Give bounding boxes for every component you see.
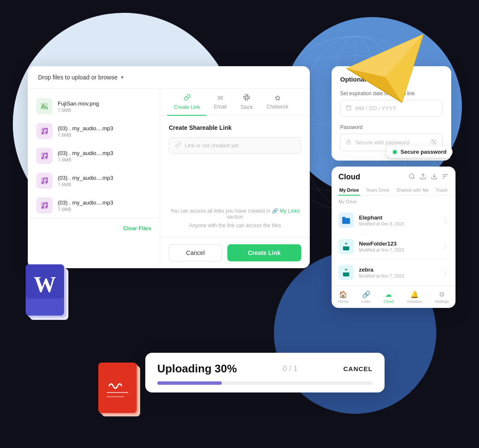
upload-icon[interactable] <box>420 173 426 181</box>
tab-email[interactable]: ✉ Email <box>207 89 233 115</box>
my-links-link[interactable]: 🔗 My Links <box>272 208 300 214</box>
search-icon[interactable] <box>408 173 415 181</box>
more-options-icon[interactable]: ⋮ <box>442 217 449 225</box>
file-name: (03) . my_audio....mp3 <box>58 150 151 156</box>
svg-rect-21 <box>41 103 48 110</box>
file-size: 7.6MB <box>58 108 151 113</box>
svg-rect-39 <box>347 141 350 144</box>
email-tab-icon: ✉ <box>217 94 223 102</box>
create-link-body: Create Shareable Link Link is not create… <box>160 116 310 199</box>
drop-files-header[interactable]: Drop files to upload or browse ▾ <box>28 66 310 89</box>
file-size: 7.6MB <box>58 207 151 212</box>
clear-files-button[interactable]: Clear Files <box>123 225 151 231</box>
svg-point-30 <box>42 182 44 184</box>
cancel-button[interactable]: Cancel <box>169 244 222 261</box>
share-tabs-row: Create Link ✉ Email Slack ✿ Chatw <box>160 89 310 116</box>
create-link-section: Create Link ✉ Email Slack ✿ Chatw <box>160 89 310 268</box>
folder-icon-shared <box>338 239 354 254</box>
secure-dot <box>393 150 397 154</box>
file-info: FujiSan.mov.png 7.6MB <box>58 100 151 113</box>
file-size: 7.6MB <box>58 157 151 162</box>
links-icon: 🔗 <box>362 290 370 299</box>
tab-chatwork[interactable]: ✿ Chatwork <box>260 89 295 115</box>
tab-create-link-label: Create Link <box>174 104 200 110</box>
nav-cloud-label: Cloud <box>384 299 394 304</box>
folder-date: Modified at Nov 7, 2023 <box>359 248 437 252</box>
cloud-tab-my-drive[interactable]: My Drive <box>338 185 360 195</box>
progress-bar-fill <box>157 381 222 385</box>
folder-name-zebra: zebra <box>359 266 437 273</box>
file-item[interactable]: FujiSan.mov.png 7.6MB <box>28 94 160 119</box>
folder-name: NewFolder123 <box>359 240 437 247</box>
tab-create-link[interactable]: Create Link <box>167 89 207 115</box>
cloud-tab-trash[interactable]: Trash <box>435 185 449 195</box>
tab-slack[interactable]: Slack <box>233 89 259 115</box>
cloud-tab-team-drive[interactable]: Team Drive <box>365 185 391 195</box>
folder-name: Elephant <box>359 214 437 221</box>
nav-cloud[interactable]: ☁ Cloud <box>384 290 394 304</box>
file-item[interactable]: (03) . my_audio....mp3 7.6MB <box>28 143 160 168</box>
svg-point-25 <box>46 132 47 134</box>
home-icon: 🏠 <box>339 290 347 299</box>
nav-home-label: Home <box>338 299 348 304</box>
tab-slack-label: Slack <box>240 104 253 110</box>
svg-point-28 <box>46 157 47 158</box>
tab-chatwork-label: Chatwork <box>267 104 288 110</box>
file-item[interactable]: (03) . my_audio....mp3 7.6MB <box>28 168 160 193</box>
cloud-tab-shared[interactable]: Shared with Me <box>395 185 429 195</box>
eye-icon[interactable] <box>430 138 437 146</box>
svg-point-33 <box>42 207 44 209</box>
svg-point-34 <box>46 206 47 208</box>
file-name: FujiSan.mov.png <box>58 100 151 107</box>
link-input-box[interactable]: Link is not created yet <box>169 137 301 154</box>
file-icon-audio <box>36 197 53 214</box>
file-info: (03) . my_audio....mp3 7.6MB <box>58 175 151 187</box>
folder-date: Modified at Dec 8, 2023 <box>359 222 437 226</box>
password-placeholder: Secure with password <box>355 139 427 146</box>
folder-info: NewFolder123 Modified at Nov 7, 2023 <box>359 240 437 252</box>
lock-icon <box>346 139 352 146</box>
file-size: 7.6MB <box>58 132 151 138</box>
create-link-button[interactable]: Create Link <box>227 244 301 261</box>
file-icon-image <box>36 98 53 114</box>
svg-rect-18 <box>98 363 137 413</box>
bell-icon: 🔔 <box>410 290 419 299</box>
svg-point-31 <box>46 182 47 183</box>
file-item[interactable]: (03) . my_audio....mp3 7.6MB <box>28 119 160 143</box>
cloud-breadcrumb: My Drive <box>332 196 455 208</box>
svg-point-42 <box>409 174 414 179</box>
tab-email-label: Email <box>214 104 226 110</box>
nav-links-label: Links <box>361 299 370 304</box>
cloud-header: Cloud <box>332 167 455 185</box>
folder-date-zebra: Modified at Nov 7, 2023 <box>359 274 437 278</box>
cloud-folder-item-zebra[interactable]: zebra Modified at Nov 7, 2023 ⋮ <box>332 260 455 286</box>
nav-links[interactable]: 🔗 Links <box>361 290 370 304</box>
svg-text:W: W <box>34 272 56 297</box>
sort-icon[interactable] <box>442 173 449 181</box>
slack-tab-icon <box>243 94 250 102</box>
cancel-upload-button[interactable]: CANCEL <box>343 365 373 372</box>
cloud-tabs: My Drive Team Drive Shared with Me Trash <box>332 185 455 196</box>
download-icon[interactable] <box>431 173 438 181</box>
cloud-folder-item[interactable]: Elephant Modified at Dec 8, 2023 ⋮ <box>332 208 455 234</box>
nav-settings[interactable]: ⚙ Settings <box>435 290 449 304</box>
cloud-folder-item[interactable]: NewFolder123 Modified at Nov 7, 2023 ⋮ <box>332 234 455 260</box>
more-options-icon[interactable]: ⋮ <box>442 243 449 251</box>
svg-point-24 <box>42 133 44 135</box>
create-shareable-title: Create Shareable Link <box>169 124 301 131</box>
file-icon-audio <box>36 173 53 189</box>
file-name: (03) . my_audio....mp3 <box>58 175 151 181</box>
nav-activities[interactable]: 🔔 Activities <box>407 290 422 304</box>
drop-files-text: Drop files to upload or browse <box>38 74 118 81</box>
file-name: (03) . my_audio....mp3 <box>58 125 151 132</box>
file-item[interactable]: (03) . my_audio....mp3 7.6MB <box>28 193 160 218</box>
cloud-icon: ☁ <box>385 290 392 299</box>
file-size: 7.6MB <box>58 182 151 187</box>
nav-home[interactable]: 🏠 Home <box>338 290 348 304</box>
cloud-title: Cloud <box>338 173 360 182</box>
more-options-icon[interactable]: ⋮ <box>442 269 449 277</box>
file-name: (03) . my_audio....mp3 <box>58 199 151 206</box>
secure-password-badge: Secure password <box>387 146 453 158</box>
upload-count: 0 / 1 <box>282 364 297 373</box>
folder-info: zebra Modified at Nov 7, 2023 <box>359 266 437 278</box>
